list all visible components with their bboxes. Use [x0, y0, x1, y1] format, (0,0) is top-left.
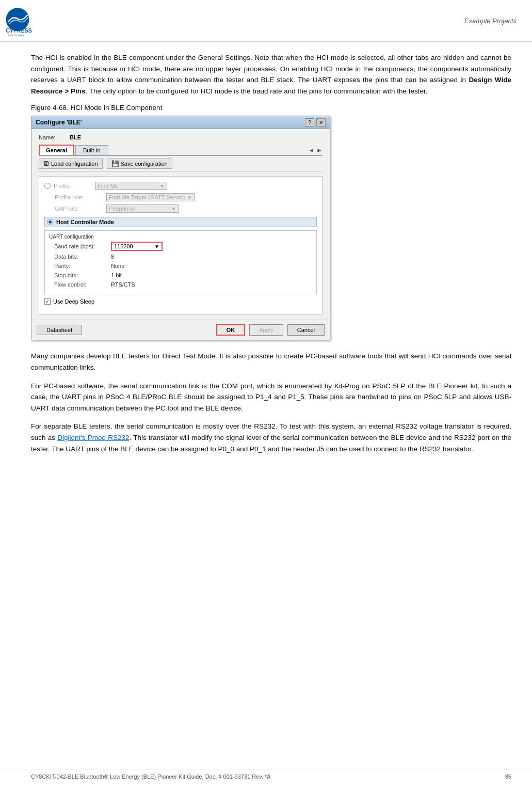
tabs-row: General Built-in ◄ ► — [39, 145, 323, 156]
footer-page-number: 85 — [505, 773, 511, 780]
parity-label: Parity: — [49, 263, 111, 269]
baud-rate-row: Baud rate (bps): 115200 ▼ — [49, 242, 312, 251]
dialog-close-button[interactable]: ✕ — [316, 118, 326, 127]
cypress-logo-icon: CYPRESS PERFORM — [5, 5, 36, 36]
baud-dropdown-arrow-icon: ▼ — [154, 244, 159, 249]
stop-bits-row: Stop bits: 1 bit — [49, 272, 312, 278]
dropdown-arrow3-icon: ▼ — [171, 206, 176, 212]
ok-button[interactable]: OK — [216, 324, 246, 336]
apply-button[interactable]: Apply — [249, 324, 283, 336]
dialog-screenshot: Configure 'BLE' ? ✕ Name: BLE General Bu… — [31, 116, 330, 340]
load-config-label: Load configuration — [51, 161, 98, 167]
baud-rate-value: 115200 — [114, 243, 154, 249]
deep-sleep-label: Use Deep Sleep — [53, 298, 94, 305]
profile-radio-label: Profile: — [54, 183, 95, 189]
flow-control-label: Flow control: — [49, 281, 111, 288]
profile-dropdown[interactable]: Find Me ▼ — [95, 182, 167, 190]
stop-bits-label: Stop bits: — [49, 272, 111, 278]
page-header: CYPRESS PERFORM Example Projects — [0, 0, 532, 42]
tab-nav: ◄ ► — [308, 147, 323, 155]
form-area: Profile: Find Me ▼ Profile role: Find Me… — [39, 176, 323, 314]
tab-next-arrow[interactable]: ► — [316, 147, 323, 154]
host-controller-mode-text: Host Controller Mode — [56, 219, 114, 225]
save-config-button[interactable]: 💾 Save configuration — [107, 159, 172, 169]
dialog-help-button[interactable]: ? — [305, 118, 314, 127]
load-config-button[interactable]: 🖹 Load configuration — [39, 159, 103, 169]
svg-text:CYPRESS: CYPRESS — [6, 27, 32, 34]
bold-text: Design Wide Resource > Pins — [31, 76, 511, 95]
parity-row: Parity: None — [49, 263, 312, 269]
dropdown-arrow-icon: ▼ — [159, 183, 165, 189]
name-row: Name: BLE — [39, 134, 323, 140]
header-section-title: Example Projects — [464, 17, 517, 25]
baud-rate-label: Baud rate (bps): — [49, 243, 111, 249]
profile-role-label: Profile role: — [44, 194, 106, 200]
uart-config-title: UART configuration — [49, 234, 312, 240]
host-controller-radio[interactable] — [47, 219, 53, 225]
flow-control-row: Flow control: RTS/CTS — [49, 281, 312, 288]
profile-role-row: Profile role: Find Me Target (GATT Serve… — [44, 193, 317, 201]
uart-config-section: UART configuration Baud rate (bps): 1152… — [44, 230, 317, 294]
load-icon: 🖹 — [43, 160, 50, 167]
dialog-footer: Datasheet OK Apply Cancel — [31, 320, 330, 340]
deep-sleep-row: ✓ Use Deep Sleep — [44, 298, 317, 305]
footer-left-text: CY8CKIT-042-BLE Bluetooth® Low Energy (B… — [31, 773, 271, 780]
baud-rate-dropdown[interactable]: 115200 ▼ — [111, 242, 163, 251]
tab-general[interactable]: General — [39, 145, 74, 155]
footer-right: OK Apply Cancel — [216, 324, 325, 336]
save-icon: 💾 — [111, 160, 119, 167]
page-footer: CY8CKIT-042-BLE Bluetooth® Low Energy (B… — [0, 769, 532, 780]
intro-paragraph: The HCI is enabled in the BLE component … — [31, 52, 511, 97]
stop-bits-value: 1 bit — [111, 272, 122, 278]
deep-sleep-checkbox[interactable]: ✓ — [44, 298, 51, 305]
profile-radio[interactable] — [44, 183, 51, 189]
toolbar-row: 🖹 Load configuration 💾 Save configuratio… — [39, 156, 323, 172]
para2: Many companies develop BLE testers for D… — [31, 351, 511, 373]
dropdown-arrow2-icon: ▼ — [187, 195, 192, 200]
data-bits-label: Data bits: — [49, 254, 111, 260]
dialog-title: Configure 'BLE' — [36, 119, 82, 126]
gap-role-value: Peripheral — [109, 206, 169, 212]
tab-builtin[interactable]: Built-in — [75, 145, 108, 155]
profile-radio-row: Profile: Find Me ▼ — [44, 182, 317, 190]
flow-control-value: RTS/CTS — [111, 281, 135, 288]
host-controller-radio-row: Host Controller Mode — [44, 217, 317, 227]
profile-role-dropdown[interactable]: Find Me Target (GATT Server) ▼ — [106, 193, 195, 201]
para3: For PC-based software, the serial commun… — [31, 381, 511, 414]
tab-prev-arrow[interactable]: ◄ — [308, 147, 314, 154]
dialog-titlebar: Configure 'BLE' ? ✕ — [31, 116, 330, 129]
para4: For separate BLE testers, the serial com… — [31, 421, 511, 454]
save-config-label: Save configuration — [121, 161, 168, 167]
gap-role-label: GAP role: — [44, 206, 106, 212]
data-bits-row: Data bits: 8 — [49, 254, 312, 260]
footer-left: Datasheet — [37, 325, 82, 335]
figure-caption: Figure 4-68. HCI Mode in BLE Component — [31, 104, 511, 112]
name-field-label: Name: — [39, 134, 70, 140]
digilent-link[interactable]: Digilent's Pmod RS232 — [57, 434, 129, 441]
logo-area: CYPRESS PERFORM — [5, 5, 40, 36]
name-field-value: BLE — [70, 134, 81, 140]
svg-text:PERFORM: PERFORM — [8, 34, 24, 36]
main-content: The HCI is enabled in the BLE component … — [0, 42, 532, 472]
gap-role-row: GAP role: Peripheral ▼ — [44, 204, 317, 213]
data-bits-value: 8 — [111, 254, 114, 260]
dialog-body: Name: BLE General Built-in ◄ ► 🖹 Load co… — [31, 129, 330, 320]
profile-role-value: Find Me Target (GATT Server) — [109, 194, 185, 200]
gap-role-dropdown[interactable]: Peripheral ▼ — [106, 204, 179, 213]
parity-value: None — [111, 263, 124, 269]
cancel-button[interactable]: Cancel — [287, 324, 325, 336]
datasheet-button[interactable]: Datasheet — [37, 325, 82, 335]
profile-value: Find Me — [98, 183, 157, 189]
titlebar-buttons: ? ✕ — [305, 118, 326, 127]
